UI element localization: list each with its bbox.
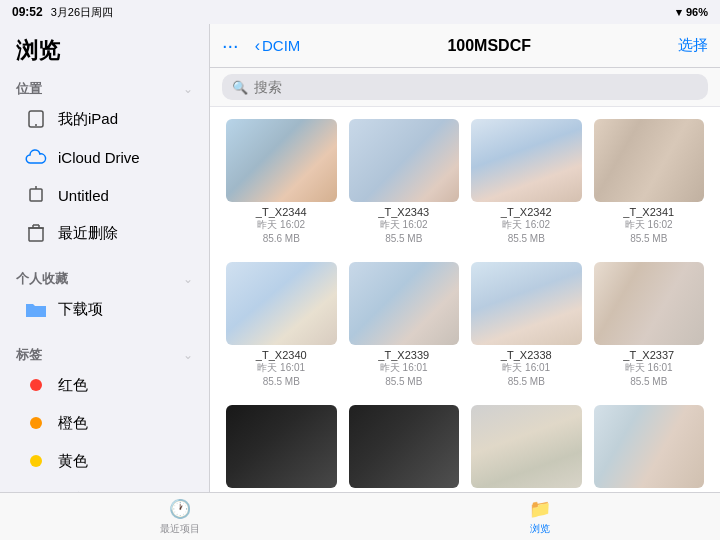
tag-red-icon — [24, 373, 48, 397]
file-item-8[interactable]: _T_X2336昨天 16:01 85.5 MB — [226, 405, 337, 492]
svg-rect-4 — [29, 228, 43, 241]
sidebar-item-label: 红色 — [58, 376, 88, 395]
file-grid: _T_X2344昨天 16:02 85.6 MB_T_X2343昨天 16:02… — [210, 107, 720, 492]
file-item-5[interactable]: _T_X2339昨天 16:01 85.5 MB — [349, 262, 460, 389]
ipad-icon — [24, 107, 48, 131]
sidebar-item-label: iCloud Drive — [58, 149, 140, 166]
file-name: _T_X2340 — [256, 349, 307, 361]
back-chevron-icon: ‹ — [255, 37, 260, 55]
file-thumbnail — [594, 405, 705, 488]
select-button[interactable]: 选择 — [678, 36, 708, 55]
file-item-11[interactable]: _T_X2333前天 15:10 85.5 MB — [594, 405, 705, 492]
recent-icon: 🕐 — [169, 498, 191, 520]
icloud-icon — [24, 145, 48, 169]
file-item-6[interactable]: _T_X2338昨天 16:01 85.5 MB — [471, 262, 582, 389]
file-item-2[interactable]: _T_X2342昨天 16:02 85.5 MB — [471, 119, 582, 246]
file-thumbnail — [226, 262, 337, 345]
sidebar-item-ipad[interactable]: 我的iPad — [8, 100, 201, 138]
file-item-7[interactable]: _T_X2337昨天 16:01 85.5 MB — [594, 262, 705, 389]
file-item-10[interactable]: _T_X2334前天 15:10 85.5 MB — [471, 405, 582, 492]
sidebar: 浏览 位置 ⌄ 我的iPad iCloud Drive Untitled — [0, 24, 210, 492]
sidebar-item-label: 黄色 — [58, 452, 88, 471]
file-meta: 昨天 16:02 85.6 MB — [257, 218, 305, 246]
main-panel: ··· ‹ DCIM 100MSDCF 选择 🔍 _T_X2344昨天 16:0… — [210, 24, 720, 492]
file-thumbnail — [349, 262, 460, 345]
file-thumbnail — [471, 262, 582, 345]
status-icons: ▾ 96% — [676, 6, 708, 19]
tab-browse[interactable]: 📁 浏览 — [360, 498, 720, 536]
sidebar-item-recently-deleted[interactable]: 最近删除 — [8, 214, 201, 252]
file-name: _T_X2341 — [623, 206, 674, 218]
file-item-0[interactable]: _T_X2344昨天 16:02 85.6 MB — [226, 119, 337, 246]
file-item-9[interactable]: _T_X2335昨天 16:01 85.5 MB — [349, 405, 460, 492]
file-name: _T_X2344 — [256, 206, 307, 218]
usb-icon — [24, 183, 48, 207]
file-thumbnail — [471, 119, 582, 202]
sidebar-item-label: 最近删除 — [58, 224, 118, 243]
file-meta: 昨天 16:02 85.5 MB — [502, 218, 550, 246]
file-name: _T_X2337 — [623, 349, 674, 361]
search-bar: 🔍 — [210, 68, 720, 107]
section-header-location: 位置 ⌄ — [0, 74, 209, 100]
file-item-3[interactable]: _T_X2341昨天 16:02 85.5 MB — [594, 119, 705, 246]
file-name: _T_X2342 — [501, 206, 552, 218]
tab-label-browse: 浏览 — [530, 522, 550, 536]
search-input[interactable] — [254, 79, 698, 95]
nav-bar: ··· ‹ DCIM 100MSDCF 选择 — [210, 24, 720, 68]
file-meta: 昨天 16:01 85.5 MB — [257, 361, 305, 389]
file-thumbnail — [226, 119, 337, 202]
file-meta: 昨天 16:01 85.5 MB — [625, 361, 673, 389]
file-thumbnail — [226, 405, 337, 488]
sidebar-item-icloud[interactable]: iCloud Drive — [8, 138, 201, 176]
chevron-down-icon-3: ⌄ — [183, 348, 193, 362]
back-button[interactable]: ‹ DCIM — [255, 37, 301, 55]
sidebar-item-label: 橙色 — [58, 414, 88, 433]
file-thumbnail — [349, 405, 460, 488]
section-label-favorites: 个人收藏 — [16, 270, 68, 288]
file-item-4[interactable]: _T_X2340昨天 16:01 85.5 MB — [226, 262, 337, 389]
tab-label-recent: 最近项目 — [160, 522, 200, 536]
file-meta: 昨天 16:02 85.5 MB — [380, 218, 428, 246]
back-label: DCIM — [262, 37, 300, 54]
file-thumbnail — [594, 119, 705, 202]
battery-icon: 96% — [686, 6, 708, 18]
sidebar-item-tag-red[interactable]: 红色 — [8, 366, 201, 404]
search-icon: 🔍 — [232, 80, 248, 95]
tag-orange-icon — [24, 411, 48, 435]
file-thumbnail — [594, 262, 705, 345]
sidebar-title: 浏览 — [0, 24, 209, 74]
file-meta: 昨天 16:01 85.5 MB — [502, 361, 550, 389]
sidebar-item-tag-yellow[interactable]: 黄色 — [8, 442, 201, 480]
section-header-tags: 标签 ⌄ — [0, 340, 209, 366]
folder-downloads-icon — [24, 297, 48, 321]
app-body: 浏览 位置 ⌄ 我的iPad iCloud Drive Untitled — [0, 24, 720, 492]
sidebar-item-label: Untitled — [58, 187, 109, 204]
file-name: _T_X2339 — [378, 349, 429, 361]
svg-point-1 — [35, 124, 37, 126]
more-button[interactable]: ··· — [222, 34, 239, 57]
svg-rect-2 — [30, 189, 42, 201]
search-input-wrap[interactable]: 🔍 — [222, 74, 708, 100]
file-thumbnail — [471, 405, 582, 488]
file-name: _T_X2343 — [378, 206, 429, 218]
status-date: 3月26日周四 — [51, 5, 113, 20]
sidebar-item-downloads[interactable]: 下载项 — [8, 290, 201, 328]
file-item-1[interactable]: _T_X2343昨天 16:02 85.5 MB — [349, 119, 460, 246]
sidebar-item-tag-orange[interactable]: 橙色 — [8, 404, 201, 442]
tab-bar: 🕐 最近项目 📁 浏览 — [0, 492, 720, 540]
nav-title: 100MSDCF — [300, 37, 678, 55]
section-header-favorites: 个人收藏 ⌄ — [0, 264, 209, 290]
file-meta: 昨天 16:01 85.5 MB — [380, 361, 428, 389]
wifi-icon: ▾ — [676, 6, 682, 19]
sidebar-item-label: 我的iPad — [58, 110, 118, 129]
file-meta: 昨天 16:02 85.5 MB — [625, 218, 673, 246]
tab-recent[interactable]: 🕐 最近项目 — [0, 498, 360, 536]
tag-yellow-icon — [24, 449, 48, 473]
browse-icon: 📁 — [529, 498, 551, 520]
section-label-tags: 标签 — [16, 346, 42, 364]
sidebar-item-tag-green[interactable]: 绿色 — [8, 480, 201, 492]
file-thumbnail — [349, 119, 460, 202]
chevron-down-icon: ⌄ — [183, 82, 193, 96]
status-bar: 09:52 3月26日周四 ▾ 96% — [0, 0, 720, 24]
sidebar-item-untitled[interactable]: Untitled — [8, 176, 201, 214]
